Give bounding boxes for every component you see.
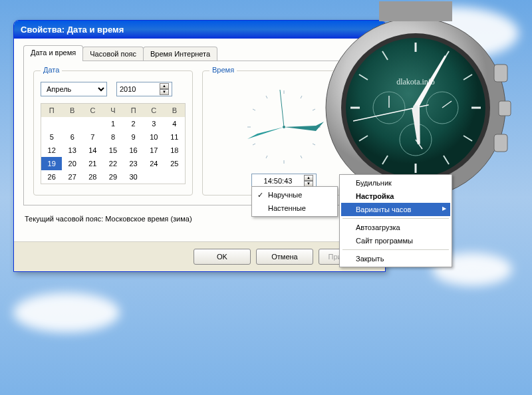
calendar-day[interactable]: 7 xyxy=(82,130,103,144)
watch-context-menu: БудильникНастройкаВарианты часовАвтозагр… xyxy=(339,174,452,267)
calendar-day[interactable]: 1 xyxy=(103,117,124,130)
year-input[interactable] xyxy=(120,85,157,93)
svg-line-9 xyxy=(266,156,267,158)
calendar-day[interactable]: 6 xyxy=(62,130,82,144)
menu-separator xyxy=(342,249,449,250)
menu-item[interactable]: Настройка xyxy=(341,190,450,203)
calendar-weekday: П xyxy=(123,104,144,118)
svg-line-10 xyxy=(253,144,255,145)
calendar-day xyxy=(164,170,186,184)
calendar-day[interactable]: 21 xyxy=(82,157,103,170)
date-legend: Дата xyxy=(41,66,62,74)
menu-item-wall[interactable]: Настенные xyxy=(253,201,336,215)
svg-rect-16 xyxy=(494,65,507,82)
cloud-decoration xyxy=(13,293,120,332)
svg-rect-17 xyxy=(499,101,511,116)
calendar-weekday: В xyxy=(62,104,82,118)
ok-button[interactable]: OK xyxy=(194,249,251,265)
calendar-day[interactable]: 14 xyxy=(82,144,103,157)
svg-line-7 xyxy=(313,144,315,145)
calendar-day[interactable]: 12 xyxy=(41,144,63,157)
calendar-day[interactable]: 16 xyxy=(123,144,144,157)
wristwatch-widget[interactable]: dlakota.info xyxy=(316,1,515,201)
calendar-day[interactable]: 9 xyxy=(123,130,144,144)
calendar-day[interactable]: 22 xyxy=(103,157,124,170)
window-title: Свойства: Дата и время xyxy=(21,25,124,35)
calendar-day[interactable]: 30 xyxy=(123,170,144,184)
tab-timezone[interactable]: Часовой пояс xyxy=(82,47,144,61)
calendar-day[interactable]: 4 xyxy=(164,117,186,130)
calendar-day[interactable]: 10 xyxy=(144,130,164,144)
calendar-day[interactable]: 23 xyxy=(123,157,144,170)
cancel-button[interactable]: Отмена xyxy=(256,249,313,265)
time-up-icon[interactable]: ▲ xyxy=(304,175,313,181)
calendar-day[interactable]: 2 xyxy=(123,117,144,130)
calendar-day[interactable]: 29 xyxy=(103,170,124,184)
calendar-day[interactable]: 20 xyxy=(62,157,82,170)
calendar-weekday: Ч xyxy=(103,104,124,118)
svg-rect-19 xyxy=(379,1,452,21)
calendar-weekday: В xyxy=(164,104,186,118)
calendar-day[interactable]: 3 xyxy=(144,117,164,130)
calendar-weekday: П xyxy=(41,104,63,118)
year-up-icon[interactable]: ▲ xyxy=(160,83,169,89)
calendar-day[interactable]: 8 xyxy=(103,130,124,144)
svg-line-8 xyxy=(301,156,302,158)
menu-item[interactable]: Автозагрузка xyxy=(341,221,450,234)
hour-hand xyxy=(247,127,284,139)
menu-item[interactable]: Закрыть xyxy=(341,252,450,265)
year-spinner[interactable]: ▲ ▼ xyxy=(116,82,172,96)
calendar-day[interactable]: 13 xyxy=(62,144,82,157)
calendar-day[interactable]: 24 xyxy=(144,157,164,170)
calendar-day[interactable]: 19 xyxy=(41,157,63,170)
calendar-weekday: С xyxy=(82,104,103,118)
calendar-day[interactable]: 11 xyxy=(164,130,186,144)
calendar-day xyxy=(144,170,164,184)
calendar-day[interactable]: 17 xyxy=(144,144,164,157)
svg-line-6 xyxy=(313,109,315,110)
calendar-day[interactable]: 26 xyxy=(41,170,63,184)
month-select[interactable]: Апрель xyxy=(41,82,107,96)
time-input[interactable] xyxy=(255,177,301,185)
date-groupbox: Дата Апрель ▲ ▼ ПВСЧПСВ 1234 xyxy=(33,70,193,196)
year-down-icon[interactable]: ▼ xyxy=(160,89,169,95)
svg-rect-18 xyxy=(494,134,507,152)
menu-separator xyxy=(342,218,449,219)
calendar-day xyxy=(41,117,63,130)
svg-point-38 xyxy=(413,105,418,110)
calendar-day[interactable]: 25 xyxy=(164,157,186,170)
svg-line-5 xyxy=(301,96,302,98)
calendar-weekday: С xyxy=(144,104,164,118)
calendar-day[interactable]: 5 xyxy=(41,130,63,144)
time-legend: Время xyxy=(209,66,237,74)
svg-line-11 xyxy=(253,109,255,110)
menu-item[interactable]: Сайт программы xyxy=(341,234,450,247)
calendar-day xyxy=(62,117,82,130)
calendar-day[interactable]: 18 xyxy=(164,144,186,157)
calendar: ПВСЧПСВ 12345678910111213141516171819202… xyxy=(41,103,186,184)
menu-item[interactable]: Будильник xyxy=(341,176,450,190)
clock-type-submenu: Наручные Настенные xyxy=(251,186,338,217)
menu-item-wrist[interactable]: Наручные xyxy=(253,188,336,201)
tab-date-time[interactable]: Дата и время xyxy=(23,45,83,61)
second-hand xyxy=(280,90,284,127)
svg-line-12 xyxy=(266,96,267,98)
tab-internet-time[interactable]: Время Интернета xyxy=(143,47,217,61)
calendar-day[interactable]: 28 xyxy=(82,170,103,184)
calendar-day[interactable]: 27 xyxy=(62,170,82,184)
calendar-day[interactable]: 15 xyxy=(103,144,124,157)
menu-item[interactable]: Варианты часов xyxy=(341,203,450,216)
calendar-day xyxy=(82,117,103,130)
